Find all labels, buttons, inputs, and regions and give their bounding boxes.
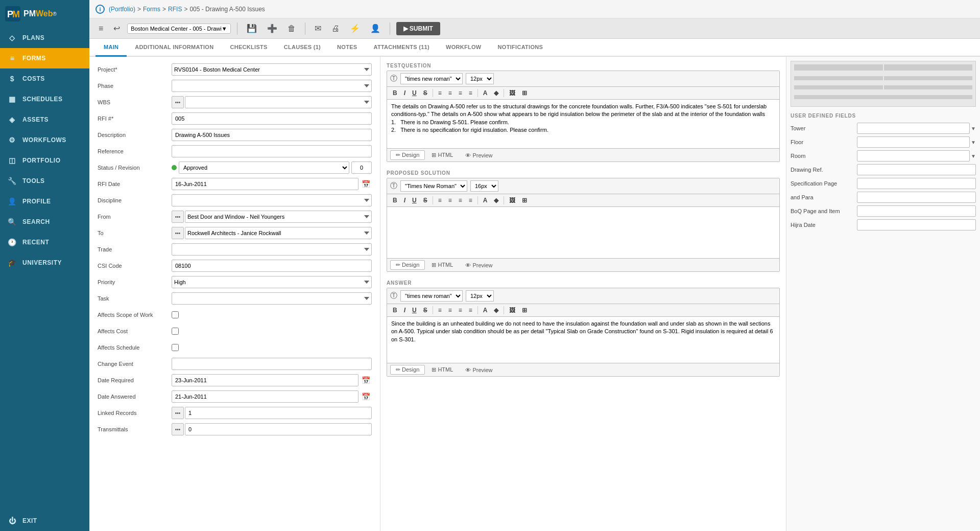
italic-button[interactable]: I [401,88,408,98]
submit-button[interactable]: ▶ SUBMIT [396,22,440,35]
underline-button[interactable]: U [410,88,419,98]
proposed-align-center-button[interactable]: ≡ [446,196,455,205]
affects-schedule-checkbox[interactable] [172,344,179,351]
proposed-align-right-button[interactable]: ≡ [456,196,465,205]
undo-button[interactable]: ↩ [110,21,123,35]
delete-button[interactable]: 🗑 [284,22,299,35]
sidebar-item-recent[interactable]: 🕐 RECENT [0,232,89,252]
change-event-input[interactable] [172,358,372,370]
proposed-preview-tab[interactable]: 👁 Preview [460,260,498,270]
print-button[interactable]: 🖨 [328,22,343,35]
transmittals-more-button[interactable]: ••• [172,423,184,435]
udf-tower-select[interactable] [857,123,970,134]
proposed-align-left-button[interactable]: ≡ [436,196,444,205]
rfi-date-input[interactable] [172,178,358,190]
udf-spec-page-input[interactable] [857,178,976,189]
breadcrumb-rfis[interactable]: RFIS [168,6,182,13]
breadcrumb-portfolio[interactable]: (Portfolio) [109,6,135,13]
answer-highlight-button[interactable]: ◆ [491,306,501,315]
proposed-highlight-button[interactable]: ◆ [491,196,501,205]
to-more-button[interactable]: ••• [172,227,184,239]
udf-room-select[interactable] [857,150,970,161]
proposed-italic-button[interactable]: I [401,196,408,205]
sidebar-item-assets[interactable]: ◈ ASSETS [0,109,89,130]
record-selector[interactable]: Boston Medical Center - 005 - Drawi ▼ [127,24,230,34]
testquestion-design-tab[interactable]: ✏ Design [390,150,425,160]
testquestion-size-select[interactable]: 12px [466,73,494,84]
proposed-strikethrough-button[interactable]: S [421,196,430,205]
answer-justify-button[interactable]: ≡ [466,306,475,315]
description-input[interactable] [172,129,372,141]
justify-button[interactable]: ≡ [466,88,475,98]
proposed-justify-button[interactable]: ≡ [466,196,475,205]
answer-content[interactable]: Since the building is an unheated buildi… [387,317,779,363]
date-required-input[interactable] [172,374,358,386]
align-right-button[interactable]: ≡ [456,88,465,98]
sidebar-item-profile[interactable]: 👤 PROFILE [0,191,89,212]
answer-underline-button[interactable]: U [410,306,419,315]
sidebar-item-workflows[interactable]: ⚙ WORKFLOWS [0,130,89,150]
highlight-button[interactable]: ◆ [491,88,501,98]
from-select[interactable]: Best Door and Window - Neil Youngers [185,211,372,223]
wbs-select[interactable] [185,96,372,108]
proposed-bold-button[interactable]: B [390,196,400,205]
csi-code-input[interactable] [172,260,372,272]
image-button[interactable]: 🖼 [507,88,518,98]
testquestion-preview-tab[interactable]: 👁 Preview [460,150,498,160]
tab-main[interactable]: MAIN [95,39,127,57]
sidebar-item-costs[interactable]: $ COSTS [0,68,89,89]
phase-select[interactable] [172,80,372,92]
answer-size-select[interactable]: 12px [466,290,494,302]
info-icon[interactable]: i [95,5,105,14]
status-revision-input[interactable] [351,161,372,174]
answer-html-tab[interactable]: ⊞ HTML [426,365,459,375]
answer-bold-button[interactable]: B [390,306,400,315]
priority-select[interactable]: High [172,276,372,288]
tab-notes[interactable]: NOTES [329,39,365,57]
udf-hijra-input[interactable] [857,219,976,230]
affects-cost-checkbox[interactable] [172,328,179,335]
proposed-design-tab[interactable]: ✏ Design [390,260,425,270]
tab-workflow[interactable]: WORKFLOW [438,39,490,57]
proposed-image-button[interactable]: 🖼 [507,196,518,205]
reference-input[interactable] [172,145,372,157]
proposed-font-color-button[interactable]: A [481,196,490,205]
proposed-html-tab[interactable]: ⊞ HTML [426,260,459,270]
answer-strikethrough-button[interactable]: S [421,306,430,315]
sidebar-item-schedules[interactable]: ▦ SCHEDULES [0,89,89,109]
sidebar-item-search[interactable]: 🔍 SEARCH [0,212,89,232]
tab-attachments[interactable]: ATTACHMENTS (11) [365,39,438,57]
answer-font-select[interactable]: "times new roman" [400,290,463,302]
answer-image-button[interactable]: 🖼 [507,306,518,315]
answer-table-button[interactable]: ⊞ [519,306,530,315]
answer-preview-tab[interactable]: 👁 Preview [460,365,498,375]
trade-select[interactable] [172,243,372,256]
date-answered-input[interactable] [172,390,358,403]
align-center-button[interactable]: ≡ [446,88,455,98]
align-left-button[interactable]: ≡ [436,88,444,98]
testquestion-content[interactable]: The details on Drawing A-500 refer us to… [387,100,779,148]
udf-floor-select[interactable] [857,136,970,148]
answer-font-color-button[interactable]: A [481,306,490,315]
sidebar-item-tools[interactable]: 🔧 TOOLS [0,171,89,191]
answer-align-left-button[interactable]: ≡ [436,306,444,315]
rfi-num-input[interactable] [172,112,372,125]
person-button[interactable]: 👤 [367,21,384,35]
lightning-button[interactable]: ⚡ [347,21,363,35]
wbs-more-button[interactable]: ••• [172,96,184,108]
answer-design-tab[interactable]: ✏ Design [390,365,425,375]
answer-italic-button[interactable]: I [401,306,408,315]
udf-tower-dropdown[interactable]: ▼ [971,126,976,131]
project-select[interactable]: RVS0104 - Boston Medical Center [172,63,372,76]
list-view-button[interactable]: ≡ [95,22,106,35]
proposed-table-button[interactable]: ⊞ [519,196,530,205]
affects-scope-checkbox[interactable] [172,311,179,318]
breadcrumb-forms[interactable]: Forms [143,6,160,13]
sidebar-item-portfolio[interactable]: ◫ PORTFOLIO [0,150,89,171]
add-button[interactable]: ➕ [264,21,280,35]
status-select[interactable]: Approved [179,161,349,174]
transmittals-input[interactable] [185,423,372,435]
answer-align-center-button[interactable]: ≡ [446,306,455,315]
email-button[interactable]: ✉ [312,21,324,35]
testquestion-font-select[interactable]: "times new roman" [400,73,463,84]
